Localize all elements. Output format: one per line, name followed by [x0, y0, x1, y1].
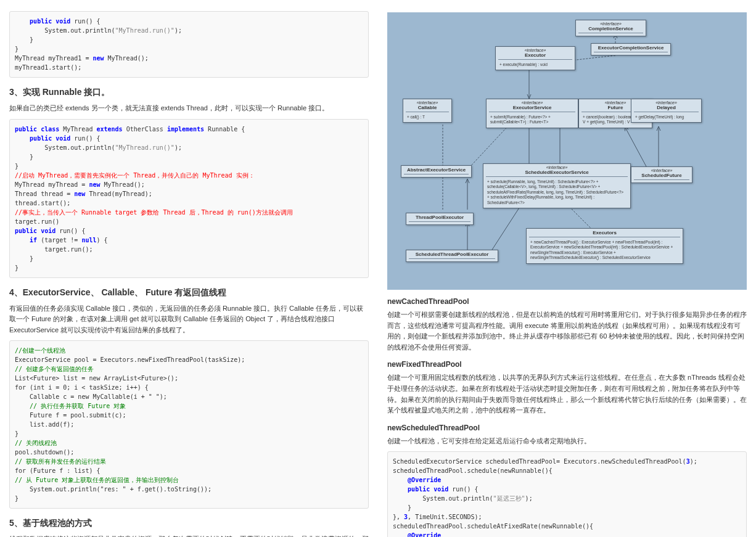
paragraph: 创建一个可根据需要创建新线程的线程池，但是在以前构造的线程可用时将重用它们。对于… [387, 309, 747, 353]
heading-5: 5、基于线程池的方式 [9, 518, 369, 529]
paragraph: 有返回值的任务必须实现 Callable 接口，类似的，无返回值的任务必须 Ru… [9, 303, 369, 336]
code-block-3: //创建一个线程池 ExecutorService pool = Executo… [9, 340, 369, 509]
paragraph: 创建一个可重用固定线程数的线程池，以共享的无界队列方式来运行这些线程。在任意点，… [387, 372, 747, 416]
heading-scheduled: newScheduledThreadPool [387, 424, 747, 432]
code-block-scheduled: ScheduledExecutorService scheduledThread… [387, 451, 747, 537]
svg-line-9 [625, 126, 646, 166]
code-block-1: public void run() { System.out.println("… [9, 11, 369, 78]
heading-4: 4、ExecutorService、 Callable、 Future 有返回值… [9, 287, 369, 298]
uml-diagram: «interface» CompletionService «interface… [387, 12, 747, 290]
heading-3: 3、实现 Runnable 接口。 [9, 87, 369, 98]
heading-fixed: newFixedThreadPool [387, 360, 747, 369]
left-column: public void run() { System.out.println("… [0, 0, 378, 537]
paragraph: 创建一个线程池，它可安排在给定延迟后运行命令或者定期地执行。 [387, 436, 747, 447]
paragraph: 如果自己的类已经 extends 另一个类，就无法直接 extends Thre… [9, 103, 369, 114]
paragraph: 线程和数据库连接这些资源都是非常宝贵的资源。那么每次需要的时候创建，不需要的时候… [9, 534, 369, 537]
code-block-2: public class MyThread extends OtherClass… [9, 119, 369, 278]
heading-cached: newCachedThreadPool [387, 297, 747, 306]
right-column: «interface» CompletionService «interface… [378, 0, 756, 537]
svg-line-3 [467, 123, 511, 170]
